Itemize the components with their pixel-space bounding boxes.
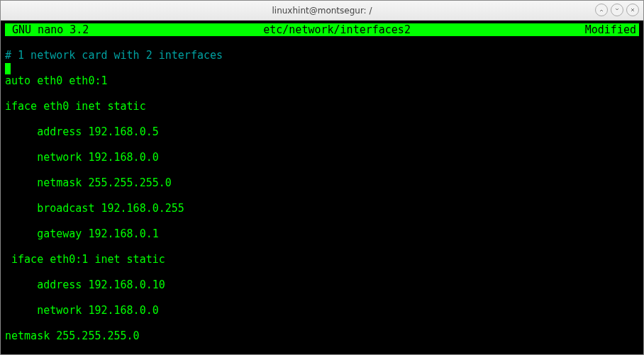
terminal-area[interactable]: GNU nano 3.2 etc/network/interfaces2 Mod… bbox=[1, 21, 643, 354]
nano-version: GNU nano 3.2 bbox=[6, 23, 89, 36]
nano-header: GNU nano 3.2 etc/network/interfaces2 Mod… bbox=[5, 23, 639, 36]
code-line: iface eth0:1 inet static bbox=[5, 253, 639, 266]
close-button[interactable] bbox=[626, 4, 639, 16]
maximize-button[interactable] bbox=[611, 4, 623, 16]
code-line: network 192.168.0.0 bbox=[5, 151, 639, 164]
window-title: linuxhint@montsegur: / bbox=[272, 6, 372, 16]
code-line: network 192.168.0.0 bbox=[5, 304, 639, 317]
window-titlebar: linuxhint@montsegur: / bbox=[1, 1, 643, 21]
minimize-button[interactable] bbox=[595, 4, 608, 16]
editor-body[interactable]: # 1 network card with 2 interfaces auto … bbox=[5, 36, 639, 354]
cursor bbox=[5, 63, 11, 74]
code-line: netmask 255.255.255.0 bbox=[5, 176, 639, 189]
nano-status: Modified bbox=[585, 23, 638, 36]
code-line: broadcast 192.168.0.255 bbox=[5, 202, 639, 215]
code-line: netmask 255.255.255.0 bbox=[5, 329, 639, 342]
code-line: auto eth0 eth0:1 bbox=[5, 74, 639, 87]
nano-filepath: etc/network/interfaces2 bbox=[89, 23, 584, 36]
code-line: gateway 192.168.0.1 bbox=[5, 227, 639, 240]
code-line: address 192.168.0.10 bbox=[5, 278, 639, 291]
code-line: address 192.168.0.5 bbox=[5, 125, 639, 138]
comment-line: # 1 network card with 2 interfaces bbox=[5, 49, 639, 62]
code-line: iface eth0 inet static bbox=[5, 100, 639, 113]
terminal-window: linuxhint@montsegur: / GNU nano 3.2 etc/… bbox=[0, 0, 644, 355]
window-controls bbox=[595, 4, 639, 16]
